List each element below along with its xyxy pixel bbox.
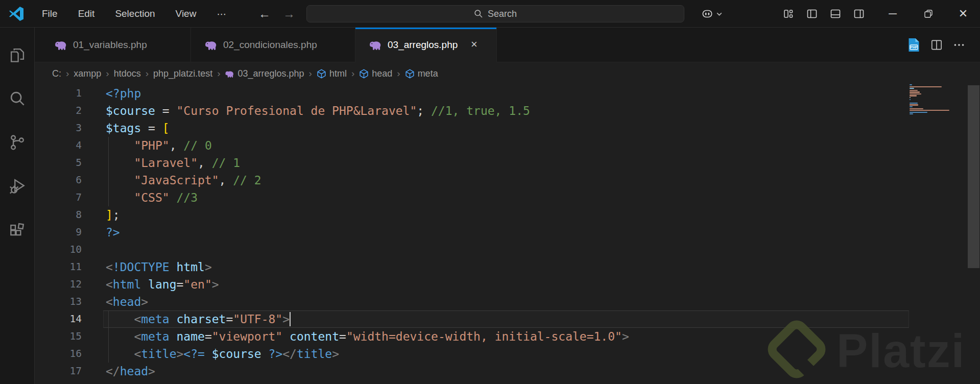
breadcrumb-item[interactable]: xampp [74, 68, 101, 79]
code-line[interactable]: 17</head> [35, 363, 980, 380]
layout-controls [782, 8, 865, 20]
run-debug-icon[interactable] [8, 177, 27, 196]
code-lines[interactable]: 1<?php2$course = "Curso Profesional de P… [35, 85, 980, 380]
split-editor-icon[interactable] [930, 38, 943, 52]
chevron-down-icon [716, 11, 723, 17]
breadcrumb-separator-icon: › [306, 68, 315, 79]
code-text: ]; [106, 206, 120, 224]
breadcrumb-item[interactable]: meta [405, 68, 438, 79]
code-text: "JavaScript", // 2 [106, 172, 261, 189]
explorer-icon[interactable] [8, 45, 27, 65]
breadcrumb-item[interactable]: html [317, 68, 347, 79]
minimap-line [910, 86, 942, 87]
code-line[interactable]: 10 [35, 241, 980, 258]
minimap-line [910, 108, 923, 109]
breadcrumb: C:›xampp›htdocs›php_platzi.test›03_arreg… [35, 62, 980, 85]
line-number: 15 [35, 328, 82, 345]
code-line[interactable]: 7 "CSS" //3 [35, 189, 980, 206]
minimap-line [910, 88, 914, 89]
scrollbar-slider[interactable] [968, 85, 979, 268]
code-text: "PHP", // 0 [106, 137, 212, 154]
code-line[interactable]: 2$course = "Curso Profesional de PHP&Lar… [35, 102, 980, 119]
menu-file[interactable]: File [39, 6, 61, 21]
code-line[interactable]: 1<?php [35, 85, 980, 102]
code-line[interactable]: 9?> [35, 224, 980, 241]
text-cursor [290, 312, 291, 326]
code-text: <html lang="en"> [106, 276, 219, 293]
scrollbar[interactable] [967, 62, 980, 384]
toggle-sidebar-icon[interactable] [806, 8, 818, 20]
close-tab-icon[interactable]: × [467, 38, 481, 52]
code-line[interactable]: 15 <meta name="viewport" content="width=… [35, 328, 980, 345]
code-line[interactable]: 4 "PHP", // 0 [35, 137, 980, 154]
copilot-icon [701, 7, 714, 20]
line-number: 11 [35, 258, 82, 276]
run-php-icon[interactable]: PHP [907, 37, 921, 53]
minimap-line [910, 103, 918, 104]
breadcrumb-separator-icon: › [63, 68, 71, 79]
code-line[interactable]: 13<head> [35, 293, 980, 310]
line-number: 13 [35, 293, 82, 310]
source-control-icon[interactable] [8, 133, 27, 152]
tab-label: 01_variables.php [73, 39, 147, 51]
code-line[interactable]: 16 <title><?= $course ?></title> [35, 345, 980, 363]
minimap-line [910, 106, 913, 107]
code-line[interactable]: 5 "Laravel", // 1 [35, 154, 980, 172]
code-line[interactable]: 3$tags = [ [35, 119, 980, 137]
vscode-logo-icon[interactable] [8, 6, 25, 22]
extensions-icon[interactable] [8, 222, 27, 241]
line-number: 14 [35, 310, 82, 328]
close-window-button[interactable]: ✕ [949, 0, 977, 28]
breadcrumb-item[interactable]: 03_arreglos.php [225, 68, 304, 79]
more-actions-icon[interactable] [952, 38, 966, 52]
menu-selection[interactable]: Selection [112, 6, 158, 21]
tab-02-condicionales[interactable]: 02_condicionales.php [191, 28, 355, 62]
restore-button[interactable] [914, 0, 943, 28]
minimap-line [910, 84, 912, 85]
line-number: 5 [35, 154, 82, 172]
arrow-forward-icon[interactable]: → [282, 7, 296, 20]
restore-icon [923, 9, 934, 19]
code-text: ?> [106, 224, 120, 241]
menu-view[interactable]: View [173, 6, 200, 21]
tab-label: 02_condicionales.php [223, 39, 317, 51]
code-text: <meta name="viewport" content="width=dev… [106, 328, 629, 345]
tab-01-variables[interactable]: 01_variables.php [35, 28, 191, 62]
toggle-panel-icon[interactable] [829, 8, 842, 20]
copilot-button[interactable] [701, 7, 723, 20]
toggle-secondary-sidebar-icon[interactable] [853, 8, 865, 20]
breadcrumb-item[interactable]: head [359, 68, 392, 79]
code-line[interactable]: 6 "JavaScript", // 2 [35, 172, 980, 189]
line-number: 12 [35, 276, 82, 293]
php-elephant-icon [54, 38, 67, 52]
breadcrumb-separator-icon: › [143, 68, 151, 79]
arrow-back-icon[interactable]: ← [258, 7, 271, 20]
code-text: $tags = [ [106, 119, 170, 137]
code-line[interactable]: 11<!DOCTYPE html> [35, 258, 980, 276]
breadcrumb-item[interactable]: C: [52, 68, 61, 79]
minimap-line [910, 110, 949, 111]
tab-03-arreglos-active[interactable]: 03_arreglos.php × [355, 28, 497, 62]
search-input[interactable]: Search [306, 5, 684, 22]
breadcrumb-item[interactable]: php_platzi.test [153, 68, 212, 79]
line-number: 9 [35, 224, 82, 241]
breadcrumb-item[interactable]: htdocs [114, 68, 141, 79]
code-text: <meta charset="UTF-8"> [106, 310, 290, 328]
code-line[interactable]: 12<html lang="en"> [35, 276, 980, 293]
search-sidebar-icon[interactable] [8, 89, 27, 108]
code-line[interactable]: 8]; [35, 206, 980, 224]
minimap-line [910, 93, 921, 94]
customize-layout-icon[interactable] [782, 8, 795, 20]
minimap-line [910, 104, 918, 105]
menu-edit[interactable]: Edit [75, 6, 98, 21]
minimap-line [910, 113, 913, 114]
minimap-line [910, 112, 927, 113]
minimize-button[interactable]: ─ [878, 0, 907, 28]
line-number: 3 [35, 119, 82, 137]
menu-more[interactable]: ⋯ [213, 6, 229, 22]
line-number: 16 [35, 345, 82, 363]
editor-pane: C:›xampp›htdocs›php_platzi.test›03_arreg… [35, 62, 980, 384]
tab-label: 03_arreglos.php [388, 39, 458, 51]
code-line[interactable]: 14 <meta charset="UTF-8"> [35, 310, 980, 328]
minimap[interactable] [910, 84, 967, 186]
